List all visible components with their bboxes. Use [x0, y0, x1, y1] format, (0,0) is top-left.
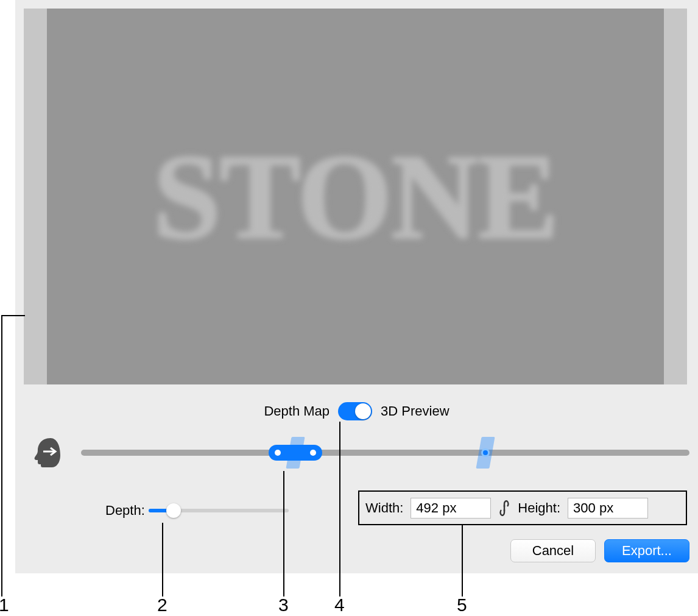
focus-marker[interactable] [481, 448, 490, 457]
link-icon[interactable] [498, 499, 510, 517]
head-icon [32, 436, 64, 470]
height-input[interactable] [568, 498, 648, 519]
preview-text: STONE [153, 127, 557, 266]
depth-slider-row: Depth: [105, 503, 289, 519]
callout-5-number: 5 [457, 595, 467, 615]
head-position-slider[interactable] [81, 450, 689, 456]
callout-4-number: 4 [334, 595, 345, 615]
depth-map-label: Depth Map [264, 403, 330, 419]
callout-1-line-h [1, 315, 25, 316]
callout-4-line [339, 422, 340, 597]
width-input[interactable] [411, 498, 491, 519]
depth-slider-thumb[interactable] [166, 503, 181, 518]
depth-label: Depth: [105, 503, 145, 519]
view-mode-toggle-row: Depth Map 3D Preview [15, 402, 698, 420]
dialog-buttons: Cancel Export... [510, 539, 689, 562]
depth-map-preview: STONE [47, 9, 664, 384]
width-label: Width: [365, 500, 403, 516]
dimensions-group: Width: Height: [358, 490, 687, 525]
view-mode-toggle[interactable] [338, 402, 372, 420]
callout-2-line [162, 523, 163, 597]
callout-3-line [283, 471, 284, 597]
3d-preview-label: 3D Preview [381, 403, 449, 419]
head-range-handle[interactable] [269, 445, 322, 461]
callout-2-number: 2 [157, 595, 167, 615]
callout-1-number: 1 [0, 595, 9, 615]
height-label: Height: [518, 500, 560, 516]
callout-3-number: 3 [278, 595, 289, 615]
toggle-knob [355, 403, 371, 419]
export-button[interactable]: Export... [604, 539, 689, 562]
cancel-button[interactable]: Cancel [510, 539, 596, 562]
depth-slider[interactable] [149, 509, 289, 512]
callout-5-line [462, 525, 463, 597]
head-position-row [32, 436, 689, 470]
preview-area: STONE [24, 9, 687, 384]
export-3d-panel: STONE Depth Map 3D Preview Depth: Width: [15, 0, 698, 573]
callout-1-line-v [1, 315, 2, 597]
